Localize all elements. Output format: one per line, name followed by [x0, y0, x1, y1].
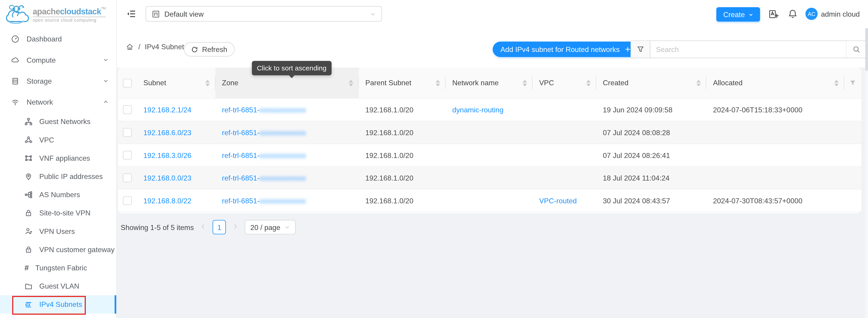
- select-all-checkbox[interactable]: [123, 79, 132, 87]
- sidebar-item-vpn-customer-gateway[interactable]: VPN customer gateway: [0, 240, 116, 259]
- table-row: 192.168.2.1/24ref-trl-6851-xxxxxxxxxxxx1…: [118, 99, 861, 121]
- page-size-value: 20 / page: [250, 223, 280, 231]
- column-header-label: Subnet: [143, 79, 166, 87]
- network-link[interactable]: dynamic-routing: [452, 106, 503, 114]
- search-icon[interactable]: [846, 41, 866, 58]
- table-filter-icon[interactable]: [849, 79, 857, 87]
- zone-link[interactable]: ref-trl-6851-xxxxxxxxxxxx: [222, 151, 306, 159]
- cell-vpc: [532, 99, 596, 121]
- sidebar-item-vnf-appliances[interactable]: VNF appliances: [0, 149, 116, 167]
- sidebar-item-vpc[interactable]: VPC: [0, 131, 116, 149]
- sidebar-item-label: Compute: [27, 56, 56, 64]
- cell-parent: 192.168.1.0/20: [359, 190, 446, 211]
- cluster-icon: [24, 191, 33, 199]
- zone-link[interactable]: ref-trl-6851-xxxxxxxxxxxx: [222, 197, 306, 205]
- row-checkbox[interactable]: [123, 173, 132, 182]
- chevron-down-icon: [285, 224, 290, 230]
- sidebar-item-tungsten-fabric[interactable]: #Tungsten Fabric: [0, 259, 116, 277]
- sidebar-item-label: Public IP addresses: [39, 172, 103, 180]
- subnet-link[interactable]: 192.168.6.0/23: [143, 128, 191, 137]
- column-header-allocated[interactable]: Allocated: [706, 68, 844, 98]
- cloudstack-monkey-logo-icon: [4, 4, 30, 25]
- cell-parent: 192.168.1.0/20: [359, 167, 446, 189]
- sidebar-item-label: Tungsten Fabric: [35, 264, 87, 272]
- zone-link[interactable]: ref-trl-6851-xxxxxxxxxxxx: [222, 174, 306, 182]
- home-icon[interactable]: [126, 42, 134, 51]
- create-button[interactable]: Create: [716, 7, 760, 22]
- ipv4-subnets-table-card: SubnetZoneParent SubnetNetwork nameVPCCr…: [118, 68, 861, 213]
- cell-text: 192.168.1.0/20: [365, 128, 413, 137]
- vnf-icon: [24, 154, 33, 162]
- subnet-link[interactable]: 192.168.8.0/22: [143, 197, 191, 205]
- vpc-link[interactable]: VPC-routed: [539, 197, 577, 205]
- table-row: 192.168.3.0/26ref-trl-6851-xxxxxxxxxxxx1…: [118, 144, 861, 167]
- row-filler-cell: [844, 121, 861, 143]
- refresh-button[interactable]: Refresh: [184, 42, 235, 57]
- cell-text: 18 Jul 2024 11:04:24: [603, 174, 670, 182]
- active-item-bar: [115, 295, 116, 313]
- column-header-network[interactable]: Network name: [446, 68, 533, 98]
- select-all-checkbox-cell: [118, 68, 137, 98]
- sorter-icon: [201, 80, 210, 86]
- cell-allocated: [706, 121, 844, 143]
- subnet-link[interactable]: 192.168.2.1/24: [143, 106, 191, 114]
- zone-link[interactable]: ref-trl-6851-xxxxxxxxxxxx: [222, 106, 306, 114]
- column-header-vpc[interactable]: VPC: [532, 68, 596, 98]
- table-row: 192.168.0.0/23ref-trl-6851-xxxxxxxxxxxx1…: [118, 167, 861, 190]
- row-checkbox[interactable]: [123, 196, 132, 205]
- filter-funnel-icon[interactable]: [631, 41, 650, 58]
- brand-logo: apachecloudstackTM open source cloud com…: [0, 0, 116, 28]
- row-checkbox[interactable]: [123, 105, 132, 114]
- sidebar-item-ipv4-subnets[interactable]: IPv4 Subnets: [0, 295, 116, 313]
- column-header-label: Created: [603, 79, 628, 87]
- subnet-icon: [24, 300, 33, 309]
- cell-parent: 192.168.1.0/20: [359, 121, 446, 143]
- row-checkbox[interactable]: [123, 151, 132, 160]
- cell-zone: ref-trl-6851-xxxxxxxxxxxx: [215, 167, 359, 189]
- zone-redacted-text: xxxxxxxxxxxx: [260, 151, 306, 159]
- sidebar-item-label: VNF appliances: [39, 154, 90, 162]
- row-checkbox[interactable]: [123, 128, 132, 137]
- page-size-select[interactable]: 20 / page: [245, 220, 296, 234]
- sidebar-item-site-to-site-vpn[interactable]: Site-to-site VPN: [0, 204, 116, 222]
- column-header-created[interactable]: Created: [596, 68, 707, 98]
- sidebar-item-public-ip-addresses[interactable]: Public IP addresses: [0, 167, 116, 185]
- subnet-link[interactable]: 192.168.3.0/26: [143, 151, 191, 159]
- plus-icon: [624, 46, 631, 53]
- chevron-down-icon: [103, 57, 108, 62]
- user-avatar[interactable]: AC: [805, 8, 817, 20]
- user-switch-icon: [24, 227, 33, 235]
- add-ipv4-subnet-label: Add IPv4 subnet for Routed networks: [500, 45, 620, 53]
- sidebar-item-network[interactable]: Network: [0, 91, 116, 112]
- sidebar-item-compute[interactable]: Compute: [0, 49, 116, 70]
- user-name[interactable]: admin cloud: [821, 10, 860, 18]
- cell-created: 07 Jul 2024 08:26:41: [596, 144, 707, 166]
- cell-text: 192.168.1.0/20: [365, 174, 413, 182]
- row-filler-cell: [844, 144, 861, 166]
- sidebar-item-guest-vlan[interactable]: Guest VLAN: [0, 277, 116, 295]
- cell-subnet: 192.168.8.0/22: [137, 190, 215, 211]
- search-input[interactable]: [650, 41, 846, 58]
- lock-icon: [24, 245, 33, 254]
- sidebar-collapse-icon[interactable]: [126, 9, 136, 19]
- notification-bell-icon[interactable]: [788, 9, 798, 19]
- pagination-next-icon[interactable]: [231, 223, 240, 231]
- sidebar-item-guest-networks[interactable]: Guest Networks: [0, 112, 116, 131]
- view-select[interactable]: Default view: [146, 6, 382, 22]
- pagination-page-1[interactable]: 1: [213, 220, 226, 234]
- sidebar-item-label: VPN Users: [39, 227, 75, 235]
- sidebar-item-storage[interactable]: Storage: [0, 70, 116, 91]
- pagination-prev-icon[interactable]: [199, 223, 208, 231]
- sidebar-item-vpn-users[interactable]: VPN Users: [0, 222, 116, 240]
- column-header-parent[interactable]: Parent Subnet: [359, 68, 446, 98]
- sidebar-item-as-numbers[interactable]: AS Numbers: [0, 185, 116, 204]
- zone-link[interactable]: ref-trl-6851-xxxxxxxxxxxx: [222, 128, 306, 137]
- sidebar-item-dashboard[interactable]: Dashboard: [0, 28, 116, 49]
- sidebar-item-label: AS Numbers: [39, 191, 80, 199]
- chevron-down-icon: [103, 78, 108, 84]
- add-ipv4-subnet-button[interactable]: Add IPv4 subnet for Routed networks: [493, 41, 639, 57]
- subnet-link[interactable]: 192.168.0.0/23: [143, 174, 191, 182]
- translation-icon[interactable]: [769, 9, 779, 19]
- column-header-subnet[interactable]: Subnet: [137, 68, 215, 98]
- sidebar-item-label: Guest Networks: [39, 117, 91, 125]
